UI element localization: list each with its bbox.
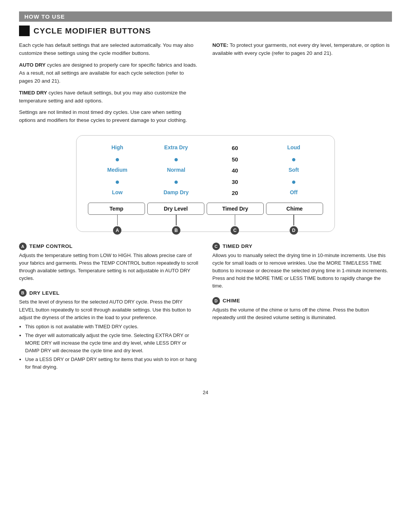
timed-20: 20: [206, 187, 264, 199]
timed-dry-label: TIMED DRY: [223, 243, 252, 249]
label-circle-a: A: [113, 226, 121, 235]
level-damp-dry: Damp Dry: [147, 187, 206, 199]
chime-off: Off: [264, 187, 323, 199]
chime-soft: Soft: [264, 165, 323, 176]
dry-level-label: DRY LEVEL: [29, 290, 60, 296]
label-circle-c2: C: [212, 243, 220, 250]
page: HOW TO USE CYCLE MODIFIER BUTTONS Each c…: [0, 0, 411, 532]
button-row: Temp Dry Level Timed Dry Chime: [88, 203, 323, 215]
chime-body: Adjusts the volume of the chime or turns…: [212, 306, 392, 321]
section-dry-level: B DRY LEVEL Sets the level of dryness fo…: [19, 289, 199, 371]
level-extra-dry: Extra Dry: [147, 142, 206, 154]
arrow-line-d: [293, 215, 294, 225]
diagram-grid: High Extra Dry 60 Loud ● ● 50 ● Medium N…: [88, 142, 323, 199]
temp-control-body: Adjusts the temperature setting from LOW…: [19, 252, 199, 283]
chime-dot2: ●: [264, 176, 323, 188]
section-timed-dry: C TIMED DRY Allows you to manually selec…: [212, 243, 392, 290]
title-bar: CYCLE MODIFIER BUTTONS: [19, 26, 392, 36]
level-dot2: ●: [147, 176, 206, 188]
chime-loud: Loud: [264, 142, 323, 154]
dry-level-bullet-2: The dryer will automatically adjust the …: [25, 332, 199, 355]
arrow-b: B: [147, 215, 206, 235]
label-circle-c: C: [231, 226, 239, 235]
temp-control-title: A TEMP CONTROL: [19, 243, 199, 250]
dry-level-bullet-3: Use a LESS DRY or DAMP DRY setting for i…: [25, 356, 199, 371]
info-col-left: A TEMP CONTROL Adjusts the temperature s…: [19, 243, 199, 378]
temp-control-label: TEMP CONTROL: [29, 243, 73, 249]
intro-p2: AUTO DRY cycles are designed to properly…: [19, 61, 199, 85]
dry-level-bullets: This option is not available with TIMED …: [25, 323, 199, 371]
arrow-c: C: [206, 215, 264, 235]
title-black-rect: [19, 26, 30, 36]
intro-p4: Settings are not limited in most timed d…: [19, 109, 199, 125]
section-temp-control: A TEMP CONTROL Adjusts the temperature s…: [19, 243, 199, 283]
timed-60: 60: [206, 142, 264, 154]
diagram-wrapper: High Extra Dry 60 Loud ● ● 50 ● Medium N…: [19, 135, 392, 232]
temp-low: Low: [88, 187, 147, 199]
label-circle-a2: A: [19, 243, 27, 250]
intro-col-left: Each cycle has default settings that are…: [19, 42, 199, 128]
temp-dot2: ●: [88, 176, 147, 188]
arrow-a: A: [88, 215, 147, 235]
arrow-line-c: [235, 215, 236, 225]
page-number: 24: [19, 390, 392, 395]
level-normal: Normal: [147, 165, 206, 176]
label-circle-b2: B: [19, 289, 27, 297]
temp-medium: Medium: [88, 165, 147, 176]
section-chime: D CHIME Adjusts the volume of the chime …: [212, 297, 392, 321]
dry-level-bullet-1: This option is not available with TIMED …: [25, 323, 199, 331]
temp-button[interactable]: Temp: [88, 203, 145, 215]
timed-dry-title: C TIMED DRY: [212, 243, 392, 250]
intro-p1: Each cycle has default settings that are…: [19, 42, 199, 58]
intro-note: NOTE: To protect your garments, not ever…: [212, 42, 392, 58]
label-circle-d: D: [290, 226, 298, 235]
chime-dot1: ●: [264, 154, 323, 165]
info-col-right: C TIMED DRY Allows you to manually selec…: [212, 243, 392, 378]
timed-40: 40: [206, 165, 264, 176]
label-circle-d2: D: [212, 297, 220, 305]
timed-dry-body: Allows you to manually select the drying…: [212, 252, 392, 290]
level-dot1: ●: [147, 154, 206, 165]
section-header: HOW TO USE: [19, 11, 392, 22]
arrow-d: D: [264, 215, 323, 235]
intro-col-right: NOTE: To protect your garments, not ever…: [212, 42, 392, 128]
arrow-line-b: [176, 215, 177, 225]
timed-30: 30: [206, 176, 264, 188]
temp-high: High: [88, 142, 147, 154]
temp-dot1: ●: [88, 154, 147, 165]
timed-50: 50: [206, 154, 264, 165]
page-title: CYCLE MODIFIER BUTTONS: [33, 26, 151, 35]
intro-p3: TIMED DRY cycles have default settings, …: [19, 89, 199, 105]
label-circle-b: B: [172, 226, 180, 235]
chime-label: CHIME: [223, 298, 240, 304]
chime-button[interactable]: Chime: [266, 203, 323, 215]
control-diagram: High Extra Dry 60 Loud ● ● 50 ● Medium N…: [76, 135, 335, 232]
arrow-line-a: [117, 215, 118, 225]
chime-title: D CHIME: [212, 297, 392, 305]
dry-level-body: Sets the level of dryness for the select…: [19, 298, 199, 371]
dry-level-button[interactable]: Dry Level: [147, 203, 204, 215]
timed-dry-button[interactable]: Timed Dry: [207, 203, 264, 215]
arrow-row: A B C D: [88, 215, 323, 232]
dry-level-title: B DRY LEVEL: [19, 289, 199, 297]
intro-columns: Each cycle has default settings that are…: [19, 42, 392, 128]
info-columns: A TEMP CONTROL Adjusts the temperature s…: [19, 243, 392, 378]
